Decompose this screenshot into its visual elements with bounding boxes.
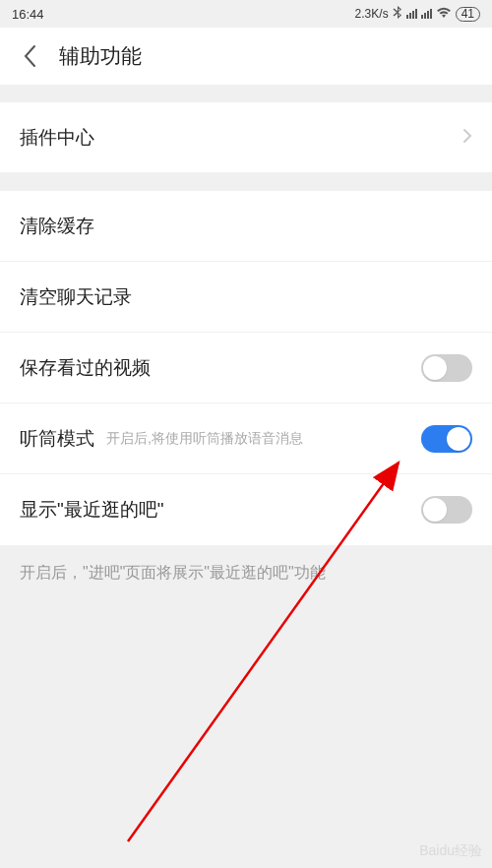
bluetooth-icon: [393, 6, 402, 22]
earpiece-mode-label: 听筒模式: [20, 426, 94, 452]
header: 辅助功能: [0, 28, 492, 85]
save-video-toggle[interactable]: [421, 354, 472, 382]
clear-cache-item[interactable]: 清除缓存: [0, 191, 492, 262]
watermark: Baidu经验: [419, 842, 482, 860]
plugin-center-item[interactable]: 插件中心: [0, 102, 492, 173]
save-video-label: 保存看过的视频: [20, 355, 151, 381]
page-title: 辅助功能: [59, 42, 142, 70]
earpiece-mode-item: 听筒模式 开启后,将使用听筒播放语音消息: [0, 403, 492, 474]
status-bar: 16:44 2.3K/s 41: [0, 0, 492, 28]
signal-icon-1: [406, 9, 417, 19]
chevron-right-icon: [462, 128, 472, 148]
show-recent-toggle[interactable]: [421, 496, 472, 524]
plugin-center-label: 插件中心: [20, 125, 94, 151]
footer-description: 开启后，"进吧"页面将展示"最近逛的吧"功能: [0, 545, 492, 601]
signal-icon-2: [421, 9, 432, 19]
wifi-icon: [436, 7, 452, 22]
back-icon[interactable]: [18, 44, 41, 68]
earpiece-mode-desc: 开启后,将使用听筒播放语音消息: [106, 430, 421, 448]
status-time: 16:44: [12, 7, 44, 22]
earpiece-mode-toggle[interactable]: [421, 425, 472, 453]
show-recent-label: 显示"最近逛的吧": [20, 497, 164, 523]
battery-icon: 41: [456, 7, 480, 22]
clear-chat-label: 清空聊天记录: [20, 284, 132, 310]
save-video-item: 保存看过的视频: [0, 333, 492, 403]
show-recent-item: 显示"最近逛的吧": [0, 474, 492, 545]
clear-chat-item[interactable]: 清空聊天记录: [0, 262, 492, 333]
clear-cache-label: 清除缓存: [20, 214, 94, 239]
network-speed: 2.3K/s: [355, 7, 389, 21]
